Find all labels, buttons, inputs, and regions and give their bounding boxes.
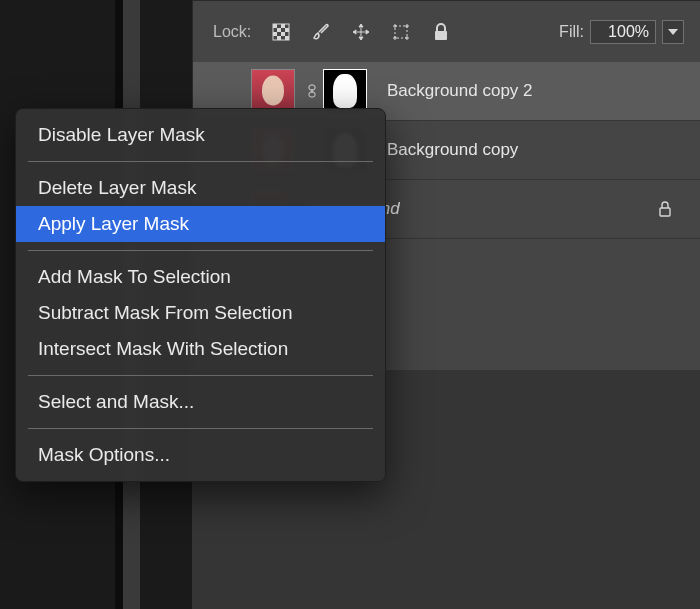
svg-rect-2 — [281, 24, 285, 28]
svg-rect-10 — [435, 31, 447, 40]
svg-rect-8 — [285, 36, 289, 40]
menu-apply-layer-mask[interactable]: Apply Layer Mask — [16, 206, 385, 242]
layer-mask-context-menu: Disable Layer Mask Delete Layer Mask App… — [15, 108, 386, 482]
menu-separator — [28, 161, 373, 162]
lock-move-icon[interactable] — [349, 20, 373, 44]
svg-rect-3 — [277, 28, 281, 32]
fill-value-field[interactable]: 100% — [590, 20, 656, 44]
lock-brush-icon[interactable] — [309, 20, 333, 44]
svg-rect-6 — [281, 32, 285, 36]
layer-locked-icon[interactable] — [658, 201, 672, 217]
fill-control: Fill: 100% — [559, 20, 684, 44]
menu-add-mask-to-selection[interactable]: Add Mask To Selection — [16, 259, 385, 295]
lock-transparency-icon[interactable] — [269, 20, 293, 44]
fill-dropdown-chevron[interactable] — [662, 20, 684, 44]
lock-artboard-icon[interactable] — [389, 20, 413, 44]
menu-subtract-mask-from-selection[interactable]: Subtract Mask From Selection — [16, 295, 385, 331]
svg-rect-1 — [273, 24, 277, 28]
menu-mask-options[interactable]: Mask Options... — [16, 437, 385, 473]
svg-rect-5 — [273, 32, 277, 36]
menu-select-and-mask[interactable]: Select and Mask... — [16, 384, 385, 420]
svg-rect-4 — [285, 28, 289, 32]
svg-rect-7 — [277, 36, 281, 40]
menu-intersect-mask-with-selection[interactable]: Intersect Mask With Selection — [16, 331, 385, 367]
layer-name[interactable]: Background copy 2 — [387, 81, 533, 101]
menu-separator — [28, 250, 373, 251]
svg-rect-14 — [660, 208, 670, 216]
layer-mask-thumbnail[interactable] — [323, 69, 367, 113]
menu-delete-layer-mask[interactable]: Delete Layer Mask — [16, 170, 385, 206]
menu-separator — [28, 375, 373, 376]
layer-thumbnail[interactable] — [251, 69, 295, 113]
lock-toolbar: Lock: Fill: 100% — [193, 0, 700, 64]
fill-label: Fill: — [559, 23, 584, 41]
lock-label: Lock: — [213, 23, 251, 41]
menu-separator — [28, 428, 373, 429]
layer-name[interactable]: Background copy — [387, 140, 518, 160]
menu-disable-layer-mask[interactable]: Disable Layer Mask — [16, 117, 385, 153]
svg-rect-9 — [395, 26, 407, 38]
link-icon[interactable] — [307, 84, 319, 98]
lock-all-icon[interactable] — [429, 20, 453, 44]
